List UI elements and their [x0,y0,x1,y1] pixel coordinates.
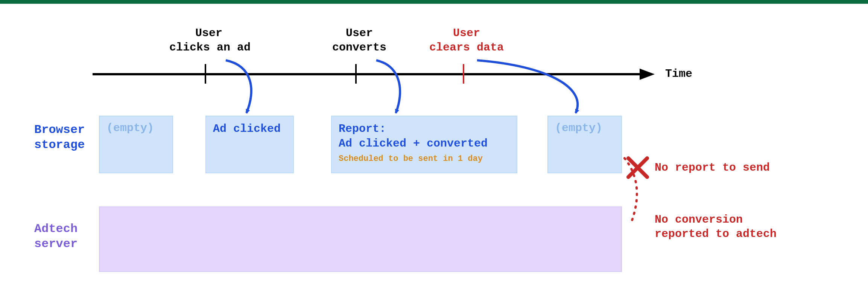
sidelabel-browser-storage: Browser storage [34,122,85,153]
event-clicks-ad: User clicks an ad [169,26,248,55]
adtech-server-box [99,206,622,272]
storage-report-title: Report: Ad clicked + converted [339,122,510,151]
storage-empty-2-text: (empty) [555,122,614,134]
sidelabel-adtech-server: Adtech server [34,222,78,252]
svg-marker-1 [640,69,655,80]
storage-box-ad-clicked: Ad clicked [205,116,294,173]
storage-report-sub: Scheduled to be sent in 1 day [339,154,510,163]
diagram-stage: Time User clicks an ad User converts Use… [0,0,868,304]
storage-box-report: Report: Ad clicked + converted Scheduled… [331,116,517,173]
axis-label-time: Time [665,67,692,81]
event-clears-data: User clears data [425,26,508,55]
storage-box-empty-2: (empty) [547,116,622,173]
text-no-conversion-reported: No conversion reported to adtech [655,213,777,241]
event-converts: User converts [327,26,391,55]
storage-empty-1-text: (empty) [106,122,166,134]
storage-box-empty-1: (empty) [99,116,173,173]
text-no-report-to-send: No report to send [655,161,770,175]
storage-ad-clicked-text: Ad clicked [213,122,286,136]
